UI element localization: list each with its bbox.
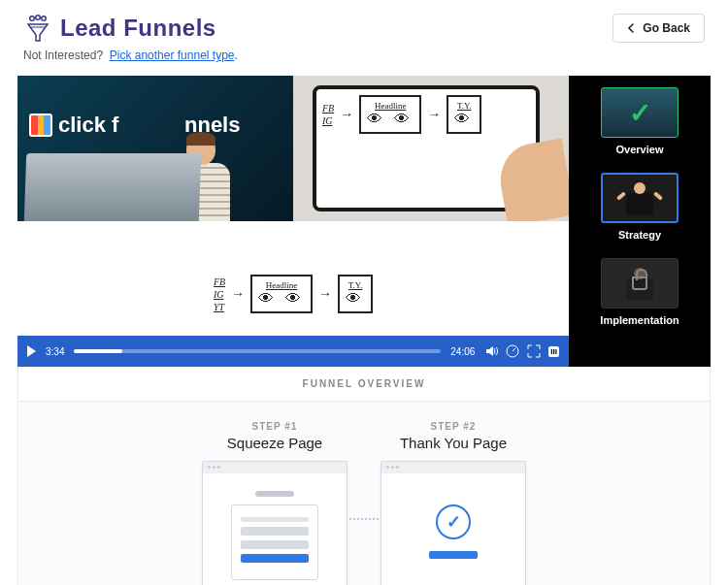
svg-point-2 [42,16,47,21]
subheader: Not Interested? Pick another funnel type… [0,49,728,76]
video-controls: 3:34 24:06 III [17,336,569,367]
lock-icon [632,276,647,290]
go-back-button[interactable]: Go Back [612,14,705,43]
step-squeeze-page[interactable]: STEP #1 Squeeze Page [197,421,352,585]
brand-badge: III [548,346,559,357]
chapter-label: Strategy [618,229,661,241]
svg-point-1 [36,16,41,20]
logo-text: Lead Funnels [60,15,216,42]
svg-point-0 [30,16,35,21]
check-icon: ✓ [629,97,651,129]
video-whiteboard-panel: FBIG → Headline👁 👁 → T.Y.👁 [293,76,569,221]
chevron-left-icon [627,23,635,33]
clickfunnels-icon [29,114,52,137]
step-number: STEP #1 [197,421,352,432]
squeeze-page-preview [202,461,347,585]
subhead-prefix: Not Interested? [23,49,103,62]
steps-row: STEP #1 Squeeze Page STEP #2 Thank Y [18,402,710,585]
play-button[interactable] [27,345,36,357]
step-connector [349,518,379,520]
logo: Lead Funnels [23,14,216,43]
volume-icon[interactable] [484,344,498,358]
step-thank-you-page[interactable]: STEP #2 Thank You Page ✓ [376,421,531,585]
video-frame-top: click f nnels FBIG → Headline👁 👁 → T.Y.👁 [17,76,569,221]
chapter-implementation[interactable]: Implementation [600,258,678,326]
clickfunnels-logo-right: nnels [184,113,240,138]
chapter-list: ✓ Overview Strategy Implementation [569,76,711,367]
laptop-prop [24,153,201,221]
speed-icon[interactable] [506,344,519,358]
chapter-overview[interactable]: ✓ Overview [601,87,678,155]
step-title: Squeeze Page [197,435,352,451]
step-number: STEP #2 [376,421,531,432]
player-region: click f nnels FBIG → Headline👁 👁 → T.Y.👁 [17,76,711,367]
total-time: 24:06 [450,346,475,357]
pick-another-link[interactable]: Pick another funnel type [110,49,235,62]
chapter-strategy[interactable]: Strategy [601,173,678,241]
current-time: 3:34 [46,346,64,357]
video-presenter-panel: click f nnels [17,76,293,221]
whiteboard-sketch: FB IG YT → Headline👁 👁 → T.Y.👁 [214,275,373,313]
progress-bar[interactable] [74,349,441,353]
presenter-thumb-icon [620,179,659,217]
tablet-sketch: FBIG → Headline👁 👁 → T.Y.👁 [322,95,530,134]
funnel-people-icon [23,14,52,43]
clickfunnels-logo: click f [29,113,118,138]
funnel-overview-section: FUNNEL OVERVIEW STEP #1 Squeeze Page [17,367,711,585]
success-check-icon: ✓ [436,504,471,539]
subhead-suffix: . [234,49,237,62]
step-title: Thank You Page [376,435,531,451]
chapter-label: Implementation [600,314,678,326]
page-header: Lead Funnels Go Back [0,0,728,49]
go-back-label: Go Back [643,21,690,35]
chapter-label: Overview [616,144,664,155]
video-main[interactable]: click f nnels FBIG → Headline👁 👁 → T.Y.👁 [17,76,569,367]
fullscreen-icon[interactable] [527,344,541,358]
section-title: FUNNEL OVERVIEW [18,367,710,402]
thank-you-page-preview: ✓ [381,461,526,585]
